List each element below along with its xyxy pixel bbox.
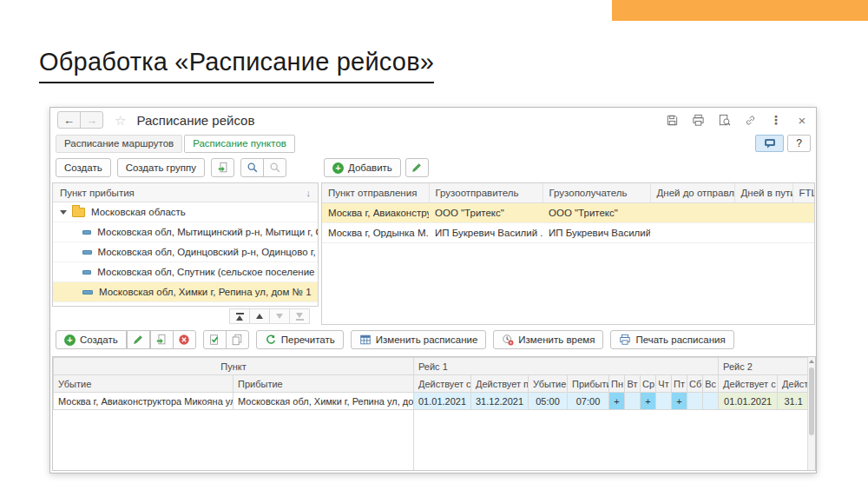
routes-row[interactable]: Москва г, Ордынка М. ул,... ИП Букревич …: [322, 222, 815, 242]
cell-days-before[interactable]: [650, 202, 734, 222]
cell-valid-to-2[interactable]: 31.1: [778, 393, 810, 410]
col-consignee[interactable]: Грузополучатель: [542, 183, 650, 202]
tree-item[interactable]: Московская обл, Мытищинский р-н, Мытищи …: [53, 222, 318, 242]
cell-valid-from-2[interactable]: 01.01.2021: [719, 393, 778, 410]
cell-shipper[interactable]: ИП Букревич Василий ...: [429, 222, 542, 242]
reread-button[interactable]: Перечитать: [256, 330, 344, 349]
move-to-top-button[interactable]: [229, 308, 250, 324]
col-ftl[interactable]: FTL: [792, 183, 815, 202]
create-by-copy-button[interactable]: [211, 158, 234, 177]
help-button[interactable]: ?: [787, 135, 811, 152]
print-schedule-button[interactable]: Печать расписания: [610, 330, 733, 349]
edit-pencil-button[interactable]: [405, 158, 429, 177]
col-departure[interactable]: Убытие: [54, 375, 233, 393]
cell-valid-from[interactable]: 01.01.2021: [414, 393, 471, 410]
cell-days-before[interactable]: [650, 222, 734, 242]
tree-item[interactable]: Московская обл, Одинцовский р-н, Одинцов…: [53, 242, 318, 262]
change-time-button[interactable]: Изменить время: [493, 330, 603, 349]
col-valid-from[interactable]: Действует с: [414, 375, 471, 393]
move-up-icon: [256, 314, 263, 319]
schedule-row[interactable]: Москва г, Авиаконструктора Микояна ул, д…: [54, 393, 810, 410]
col-days-in-transit[interactable]: Дней в пути: [734, 183, 792, 202]
cell-day-tue[interactable]: [625, 393, 641, 410]
col-day-mon[interactable]: Пн: [609, 375, 625, 393]
col-shipper[interactable]: Грузоотправитель: [429, 183, 542, 202]
post-document-button[interactable]: [203, 330, 227, 349]
cell-day-thu[interactable]: [656, 393, 672, 410]
cell-day-sun[interactable]: [703, 393, 719, 410]
cell-departure-point[interactable]: Москва г, Авиаконструкто...: [322, 202, 429, 222]
favorite-star-icon[interactable]: ☆: [115, 114, 126, 127]
schedule-edit-button[interactable]: [127, 330, 150, 349]
cell-day-sat[interactable]: [687, 393, 703, 410]
cell-arr-time[interactable]: 07:00: [568, 393, 609, 410]
scrollbar-thumb[interactable]: [809, 368, 814, 435]
close-icon[interactable]: ×: [795, 113, 809, 127]
col-days-before-departure[interactable]: Дней до отправления: [650, 183, 734, 202]
cell-arrival-point[interactable]: Московская обл, Химки г, Репина ул, дом …: [233, 393, 414, 410]
col-arr-time[interactable]: Прибытие: [568, 375, 609, 393]
col-day-thu[interactable]: Чт: [656, 375, 672, 393]
add-button[interactable]: + Добавить: [324, 158, 401, 177]
change-schedule-button[interactable]: Изменить расписание: [351, 330, 487, 349]
cell-days-in-transit[interactable]: [734, 202, 792, 222]
move-down-button[interactable]: [269, 308, 290, 324]
col-valid-to[interactable]: Действует по: [471, 375, 529, 393]
tree-header[interactable]: Пункт прибытия ↓: [53, 183, 318, 202]
slide: Обработка «Расписание рейсов» ← → ☆ Расп…: [0, 0, 868, 490]
cell-day-wed[interactable]: +: [641, 393, 656, 410]
col-day-fri[interactable]: Пт: [672, 375, 687, 393]
cell-day-fri[interactable]: +: [672, 393, 687, 410]
col-valid-to-2[interactable]: Дейст: [778, 375, 810, 393]
discussions-button[interactable]: [755, 135, 784, 152]
col-arrival[interactable]: Прибытие: [233, 375, 414, 393]
search-button[interactable]: [240, 158, 264, 177]
col-day-sat[interactable]: Сб: [687, 375, 703, 393]
back-button[interactable]: ←: [57, 111, 81, 129]
schedule-delete-button[interactable]: [173, 330, 196, 349]
create-button[interactable]: Создать: [56, 158, 111, 177]
tree-group-row[interactable]: Московская область: [53, 202, 318, 222]
cell-dep-time[interactable]: 05:00: [529, 393, 568, 410]
forward-button[interactable]: →: [80, 111, 103, 129]
link-icon[interactable]: [743, 113, 757, 127]
schedule-copy-button[interactable]: [150, 330, 174, 349]
tree-item-selected[interactable]: Московская обл, Химки г, Репина ул, дом …: [53, 282, 318, 302]
cell-consignee[interactable]: ООО "Тритекс": [542, 202, 650, 222]
cell-ftl[interactable]: [792, 202, 815, 222]
cell-consignee[interactable]: ИП Букревич Василий ...: [542, 222, 650, 242]
create-group-button[interactable]: Создать группу: [117, 158, 205, 177]
routes-row-selected[interactable]: Москва г, Авиаконструкто... ООО "Тритекс…: [322, 202, 815, 222]
save-icon[interactable]: [665, 113, 679, 127]
tree-item[interactable]: Московская обл, Спутник (сельское поселе…: [53, 262, 318, 282]
cell-departure-point[interactable]: Москва г, Авиаконструктора Микояна ул, д…: [54, 393, 233, 410]
collapse-icon[interactable]: [60, 210, 67, 215]
col-valid-from-2[interactable]: Действует с: [719, 375, 778, 393]
col-day-wed[interactable]: Ср: [641, 375, 656, 393]
cell-ftl[interactable]: [792, 222, 815, 242]
cell-departure-point[interactable]: Москва г, Ордынка М. ул,...: [322, 222, 429, 242]
move-to-bottom-button[interactable]: [289, 308, 310, 324]
col-departure-point[interactable]: Пункт отправления: [322, 183, 429, 202]
cell-days-in-transit[interactable]: [734, 222, 792, 242]
plus-icon: +: [332, 162, 344, 174]
cell-day-mon[interactable]: +: [609, 393, 625, 410]
print-icon[interactable]: [691, 113, 705, 127]
move-up-button[interactable]: [249, 308, 270, 324]
vertical-scrollbar[interactable]: [807, 357, 815, 470]
col-day-tue[interactable]: Вт: [625, 375, 641, 393]
print-preview-icon[interactable]: [717, 113, 731, 127]
printer-icon: [619, 334, 631, 346]
cancel-search-button[interactable]: [263, 158, 286, 177]
schedule-create-button[interactable]: + Создать: [56, 330, 127, 349]
scroll-up-icon[interactable]: [809, 360, 814, 363]
more-icon[interactable]: ⋮: [769, 113, 783, 127]
tab-point-schedule[interactable]: Расписание пунктов: [184, 135, 295, 153]
cell-shipper[interactable]: ООО "Тритекс": [429, 202, 542, 222]
cell-valid-to[interactable]: 31.12.2021: [471, 393, 529, 410]
tab-route-schedule[interactable]: Расписание маршрутов: [56, 135, 182, 153]
col-day-sun[interactable]: Вс: [703, 375, 719, 393]
nav-group: ← →: [57, 111, 103, 129]
duplicate-button[interactable]: [226, 330, 249, 349]
col-dep-time[interactable]: Убытие: [529, 375, 568, 393]
